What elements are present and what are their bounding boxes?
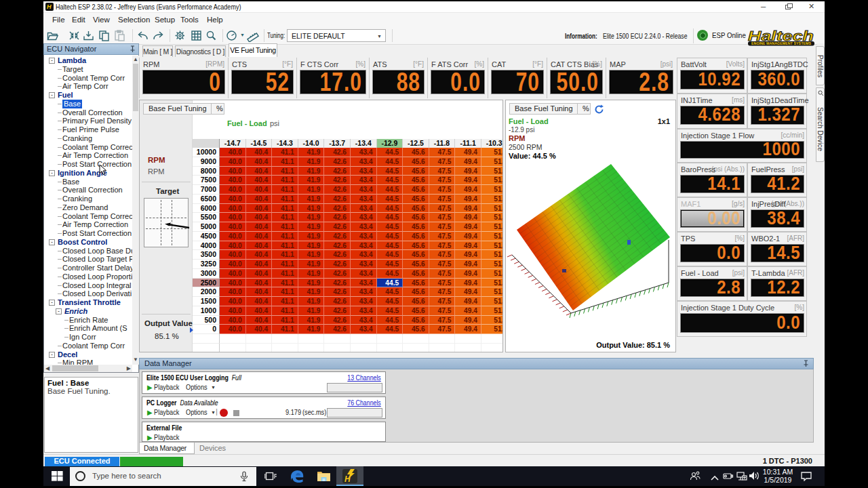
svg-text:Haltech: Haltech: [748, 28, 814, 43]
svg-text:ENGINE MANAGEMENT SYSTEMS: ENGINE MANAGEMENT SYSTEMS: [751, 42, 811, 45]
svg-text:H: H: [344, 474, 351, 483]
